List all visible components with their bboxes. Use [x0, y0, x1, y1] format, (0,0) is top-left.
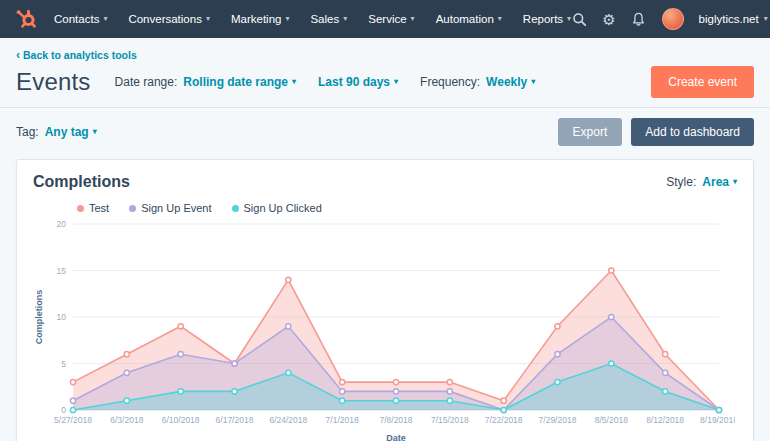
date-range-label: Date range: [115, 75, 178, 89]
navbar-actions: ⚙ biglytics.net ▾ [571, 8, 768, 30]
back-chevron-icon: ‹ [16, 49, 20, 61]
nav-item-label: Service [368, 13, 406, 25]
account-menu[interactable]: biglytics.net ▾ [699, 13, 768, 25]
chevron-down-icon: ▾ [531, 78, 535, 86]
chevron-down-icon: ▾ [343, 15, 347, 23]
period-dropdown[interactable]: Last 90 days ▾ [318, 75, 398, 89]
export-button[interactable]: Export [558, 118, 623, 146]
back-link-label: Back to analytics tools [23, 49, 137, 61]
legend-item[interactable]: Sign Up Clicked [232, 202, 322, 214]
avatar[interactable] [662, 8, 684, 30]
svg-text:20: 20 [57, 219, 67, 229]
page-header: ‹ Back to analytics tools Events Date ra… [0, 38, 770, 107]
legend-item[interactable]: Test [77, 202, 109, 214]
legend-label: Sign Up Clicked [244, 202, 322, 214]
svg-text:6/3/2018: 6/3/2018 [110, 415, 143, 425]
svg-text:15: 15 [57, 266, 67, 276]
svg-text:7/1/2018: 7/1/2018 [326, 415, 359, 425]
svg-text:7/8/2018: 7/8/2018 [379, 415, 412, 425]
svg-text:7/22/2018: 7/22/2018 [485, 415, 523, 425]
style-control: Style: Area ▾ [666, 175, 737, 189]
period-value: Last 90 days [318, 75, 390, 89]
svg-text:5/27/2018: 5/27/2018 [54, 415, 92, 425]
style-label: Style: [666, 175, 696, 189]
date-range-dropdown[interactable]: Rolling date range ▾ [183, 75, 296, 89]
nav-item-sales[interactable]: Sales▾ [310, 13, 347, 25]
svg-text:6/24/2018: 6/24/2018 [269, 415, 307, 425]
svg-text:10: 10 [57, 312, 67, 322]
nav-item-label: Conversations [128, 13, 202, 25]
hubspot-logo[interactable] [14, 7, 38, 31]
chevron-down-icon: ▾ [764, 15, 768, 23]
sprocket-icon [14, 7, 38, 31]
completions-area-chart: 051015205/27/20186/3/20186/10/20186/17/2… [33, 214, 735, 441]
frequency-label: Frequency: [420, 75, 480, 89]
legend-dot [232, 205, 239, 212]
svg-text:8/12/2018: 8/12/2018 [646, 415, 684, 425]
legend-dot [77, 205, 84, 212]
nav-item-marketing[interactable]: Marketing▾ [231, 13, 290, 25]
chevron-down-icon: ▾ [394, 78, 398, 86]
svg-text:Completions: Completions [34, 290, 44, 345]
frequency-dropdown[interactable]: Weekly ▾ [486, 75, 535, 89]
page-title: Events [16, 68, 91, 96]
nav-item-conversations[interactable]: Conversations▾ [128, 13, 210, 25]
tag-dropdown[interactable]: Any tag ▾ [45, 125, 97, 139]
settings-gear-icon[interactable]: ⚙ [602, 12, 615, 27]
create-event-button[interactable]: Create event [651, 66, 754, 98]
svg-text:0: 0 [61, 405, 66, 415]
nav-item-label: Marketing [231, 13, 282, 25]
svg-text:5: 5 [61, 359, 66, 369]
title-row: Events Date range: Rolling date range ▾ … [16, 66, 754, 98]
tag-label: Tag: [16, 125, 39, 139]
nav-item-label: Contacts [54, 13, 99, 25]
top-navbar: Contacts▾ Conversations▾ Marketing▾ Sale… [0, 0, 770, 38]
svg-text:8/19/2018: 8/19/2018 [700, 415, 735, 425]
legend-label: Sign Up Event [141, 202, 211, 214]
svg-text:6/10/2018: 6/10/2018 [162, 415, 200, 425]
search-icon[interactable] [571, 11, 587, 27]
nav-item-contacts[interactable]: Contacts▾ [54, 13, 107, 25]
style-dropdown[interactable]: Area ▾ [702, 175, 737, 189]
chevron-down-icon: ▾ [285, 15, 289, 23]
completions-card: Completions Style: Area ▾ TestSign Up Ev… [16, 159, 754, 441]
style-value: Area [702, 175, 729, 189]
chevron-down-icon: ▾ [733, 178, 737, 186]
toolbar: Tag: Any tag ▾ Export Add to dashboard [0, 108, 770, 154]
back-link[interactable]: ‹ Back to analytics tools [16, 49, 137, 61]
chevron-down-icon: ▾ [498, 15, 502, 23]
nav-item-reports[interactable]: Reports▾ [523, 13, 571, 25]
nav-item-label: Sales [310, 13, 339, 25]
svg-text:7/15/2018: 7/15/2018 [431, 415, 469, 425]
chart-legend: TestSign Up EventSign Up Clicked [77, 202, 737, 214]
chevron-down-icon: ▾ [292, 78, 296, 86]
notifications-bell-icon[interactable] [631, 11, 647, 27]
nav-item-automation[interactable]: Automation▾ [436, 13, 502, 25]
nav-item-service[interactable]: Service▾ [368, 13, 414, 25]
frequency-value: Weekly [486, 75, 527, 89]
chevron-down-icon: ▾ [103, 15, 107, 23]
svg-text:6/17/2018: 6/17/2018 [216, 415, 254, 425]
account-name: biglytics.net [699, 13, 759, 25]
chevron-down-icon: ▾ [411, 15, 415, 23]
date-range-value: Rolling date range [183, 75, 288, 89]
svg-text:Date: Date [386, 433, 406, 441]
svg-text:7/29/2018: 7/29/2018 [539, 415, 577, 425]
card-header: Completions Style: Area ▾ [33, 173, 737, 191]
legend-dot [129, 205, 136, 212]
card-title: Completions [33, 173, 130, 191]
add-to-dashboard-button[interactable]: Add to dashboard [631, 118, 754, 146]
svg-text:8/5/2018: 8/5/2018 [595, 415, 628, 425]
tag-value: Any tag [45, 125, 89, 139]
legend-label: Test [89, 202, 109, 214]
legend-item[interactable]: Sign Up Event [129, 202, 211, 214]
nav-item-label: Automation [436, 13, 494, 25]
chevron-down-icon: ▾ [93, 128, 97, 136]
nav-item-label: Reports [523, 13, 563, 25]
main-nav: Contacts▾ Conversations▾ Marketing▾ Sale… [54, 13, 571, 25]
chevron-down-icon: ▾ [206, 15, 210, 23]
